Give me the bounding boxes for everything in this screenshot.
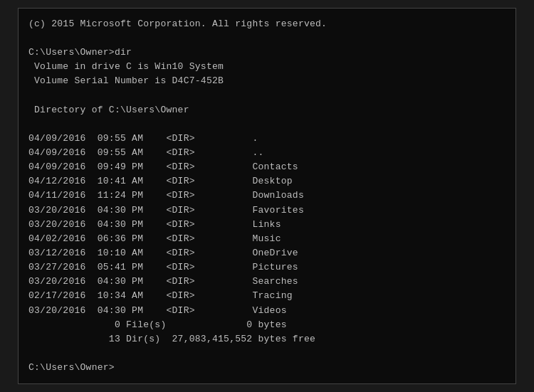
terminal-line: 0 File(s) 0 bytes	[28, 318, 506, 332]
terminal-line	[28, 31, 506, 46]
terminal-line	[28, 346, 506, 361]
terminal-line: Volume in drive C is Win10 System	[28, 60, 506, 74]
terminal-line: C:\Users\Owner>dir	[28, 46, 506, 60]
terminal-line: 03/20/2016 04:30 PM <DIR> Videos	[28, 304, 506, 318]
terminal-line: 03/20/2016 04:30 PM <DIR> Favorites	[28, 203, 506, 218]
terminal-line: 03/12/2016 10:10 AM <DIR> OneDrive	[28, 246, 506, 260]
terminal-line: 02/17/2016 10:34 AM <DIR> Tracing	[28, 289, 506, 303]
terminal-line: 03/27/2016 05:41 PM <DIR> Pictures	[28, 260, 506, 275]
terminal-line: 04/02/2016 06:36 PM <DIR> Music	[28, 232, 506, 246]
terminal-line	[28, 117, 506, 132]
terminal-line: 04/09/2016 09:55 AM <DIR> ..	[28, 146, 506, 160]
terminal-line: 13 Dir(s) 27,083,415,552 bytes free	[28, 332, 506, 346]
terminal-line	[28, 88, 506, 102]
terminal-line: C:\Users\Owner>	[28, 361, 506, 375]
terminal-line: 04/09/2016 09:49 PM <DIR> Contacts	[28, 160, 506, 174]
terminal-window: (c) 2015 Microsoft Corporation. All righ…	[18, 8, 516, 385]
terminal-line: (c) 2015 Microsoft Corporation. All righ…	[28, 17, 506, 31]
terminal-line: 04/09/2016 09:55 AM <DIR> .	[28, 132, 506, 146]
terminal-line: Directory of C:\Users\Owner	[28, 103, 506, 117]
terminal-line: 03/20/2016 04:30 PM <DIR> Searches	[28, 275, 506, 289]
terminal-output: (c) 2015 Microsoft Corporation. All righ…	[28, 17, 506, 376]
terminal-line: Volume Serial Number is D4C7-452B	[28, 74, 506, 88]
terminal-line: 04/12/2016 10:41 AM <DIR> Desktop	[28, 174, 506, 189]
terminal-line: 03/20/2016 04:30 PM <DIR> Links	[28, 218, 506, 232]
terminal-line: 04/11/2016 11:24 PM <DIR> Downloads	[28, 189, 506, 203]
